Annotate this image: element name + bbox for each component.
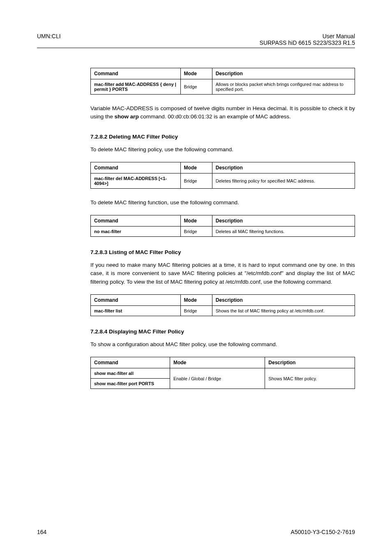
td-mode: Bridge <box>180 173 212 188</box>
td-desc: Allows or blocks packet which brings con… <box>212 79 355 95</box>
heading-deleting-mac-filter: 7.2.8.2 Deleting MAC Filter Policy <box>90 134 355 140</box>
para-delete-intro-1: To delete MAC filtering policy, use the … <box>90 146 355 154</box>
td-desc: Deletes filtering policy for specified M… <box>212 173 355 188</box>
heading-listing-mac-filter: 7.2.8.3 Listing of MAC Filter Policy <box>90 249 355 255</box>
para-delete-intro-2: To delete MAC filtering function, use th… <box>90 199 355 207</box>
th-description: Description <box>212 162 355 173</box>
table-mac-filter-list: Command Mode Description mac-filter list… <box>90 294 355 316</box>
th-mode: Mode <box>170 357 265 368</box>
td-command-1: show mac-filter all <box>91 368 170 379</box>
td-command: mac-filter add MAC-ADDRESS { deny | perm… <box>91 79 181 95</box>
header-right-2: SURPASS hiD 6615 S223/S323 R1.5 <box>260 39 355 46</box>
th-command: Command <box>91 162 181 173</box>
th-command: Command <box>91 215 181 227</box>
footer-doc-id: A50010-Y3-C150-2-7619 <box>291 529 355 535</box>
th-description: Description <box>265 357 355 368</box>
para-mac-address-note: Variable MAC-ADDRESS is composed of twel… <box>90 104 355 121</box>
th-mode: Mode <box>180 294 212 305</box>
td-desc: Deletes all MAC filtering functions. <box>212 227 355 237</box>
th-description: Description <box>212 215 355 227</box>
td-mode: Bridge <box>180 227 212 237</box>
th-mode: Mode <box>180 162 212 173</box>
table-show-mac-filter: Command Mode Description show mac-filter… <box>90 357 355 389</box>
td-command: mac-filter del MAC-ADDRESS [<1-4094>] <box>91 173 181 188</box>
th-mode: Mode <box>180 215 212 227</box>
td-mode: Enable / Global / Bridge <box>170 368 265 389</box>
para-displaying-intro: To show a configuration about MAC filter… <box>90 340 355 349</box>
th-description: Description <box>212 68 355 79</box>
th-command: Command <box>91 294 181 305</box>
td-command: mac-filter list <box>91 305 181 316</box>
header-rule <box>37 48 355 48</box>
td-mode: Bridge <box>180 305 212 316</box>
heading-displaying-mac-filter: 7.2.8.4 Displaying MAC Filter Policy <box>90 328 355 335</box>
table-mac-filter-add: Command Mode Description mac-filter add … <box>90 68 355 95</box>
table-no-mac-filter: Command Mode Description no mac-filter B… <box>90 215 355 237</box>
td-command-2: show mac-filter port PORTS <box>91 379 170 389</box>
table-mac-filter-del: Command Mode Description mac-filter del … <box>90 162 355 189</box>
th-description: Description <box>212 294 355 305</box>
footer-page-number: 164 <box>37 529 46 535</box>
para-listing-intro: If you need to make many MAC filtering p… <box>90 261 355 286</box>
td-desc: Shows the list of MAC filtering policy a… <box>212 305 355 316</box>
th-command: Command <box>91 68 181 79</box>
header-left: UMN:CLI <box>37 33 61 46</box>
th-mode: Mode <box>180 68 212 79</box>
th-command: Command <box>91 357 170 368</box>
td-mode: Bridge <box>180 79 212 95</box>
td-command: no mac-filter <box>91 227 181 237</box>
td-desc: Shows MAC filter policy. <box>265 368 355 389</box>
header-right-1: User Manual <box>260 33 355 39</box>
